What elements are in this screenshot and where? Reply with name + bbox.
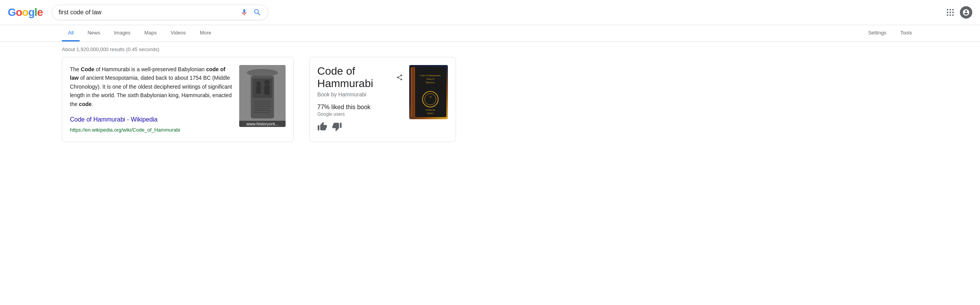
snippet-link: Code of Hammurabi - Wikipedia https://en… [70, 115, 233, 134]
svg-rect-17 [413, 67, 414, 117]
tools-link[interactable]: Tools [894, 25, 918, 41]
svg-rect-5 [256, 86, 261, 94]
kp-book-image[interactable]: ⚜ Code of Hammurabi, King of Babylon. Sc… [409, 65, 448, 134]
left-column: The Code of Hammurabi is a well-preserve… [62, 57, 294, 148]
svg-text:Code of Hammurabi,: Code of Hammurabi, [420, 74, 441, 77]
svg-rect-14 [254, 112, 269, 113]
right-column: Code of Hammurabi Book by Hammurabi 77% … [309, 57, 456, 148]
header: Google first code of law [0, 0, 980, 25]
thumbs-up-button[interactable] [317, 122, 327, 134]
svg-rect-8 [254, 101, 271, 101]
user-avatar[interactable] [960, 6, 972, 19]
snippet-image-container: www.historyont... [239, 65, 286, 134]
snippet-title-link[interactable]: Code of Hammurabi - Wikipedia [70, 115, 233, 125]
search-tabs: All News Images Maps Videos More Setting… [0, 25, 980, 42]
main-content: The Code of Hammurabi is a well-preserve… [0, 57, 980, 148]
svg-text:Schalkwijk: Schalkwijk [425, 109, 435, 111]
search-button[interactable] [253, 8, 262, 17]
svg-text:⚜: ⚜ [429, 95, 432, 99]
snippet-image-source: www.historyont... [239, 121, 286, 127]
svg-text:King of: King of [427, 77, 435, 80]
tab-more[interactable]: More [194, 25, 218, 41]
svg-rect-13 [254, 110, 271, 111]
svg-rect-7 [264, 85, 270, 95]
svg-rect-1 [247, 69, 278, 77]
tab-news[interactable]: News [81, 25, 106, 41]
snippet-url: https://en.wikipedia.org/wiki/Code_of_Ha… [70, 126, 233, 134]
kp-thumbs [317, 122, 403, 134]
svg-text:Babylon.: Babylon. [426, 81, 435, 84]
svg-text:PRESS: PRESS [427, 112, 433, 115]
share-icon[interactable] [396, 74, 403, 83]
google-logo[interactable]: Google [8, 6, 43, 19]
kp-rating: 77% liked this book Google users [317, 104, 403, 134]
svg-point-4 [256, 81, 261, 86]
kp-book-cover: ⚜ Code of Hammurabi, King of Babylon. Sc… [409, 65, 448, 119]
kp-subtitle: Book by Hammurabi [317, 91, 403, 98]
svg-rect-12 [254, 108, 269, 109]
tab-videos[interactable]: Videos [164, 25, 192, 41]
kp-rating-source: Google users [317, 111, 403, 117]
apps-icon[interactable] [947, 9, 954, 16]
search-bar: first code of law [52, 5, 268, 20]
tab-all[interactable]: All [62, 25, 80, 41]
results-count: About 1,920,000,000 results (0.45 second… [0, 42, 980, 57]
header-right [947, 6, 972, 19]
svg-rect-9 [254, 103, 271, 103]
tab-images[interactable]: Images [108, 25, 137, 41]
featured-snippet: The Code of Hammurabi is a well-preserve… [62, 57, 294, 142]
search-input[interactable]: first code of law [58, 9, 235, 16]
kp-title: Code of Hammurabi [317, 65, 393, 90]
mic-icon[interactable] [240, 8, 248, 17]
kp-content: Code of Hammurabi Book by Hammurabi 77% … [317, 65, 403, 134]
snippet-text: The Code of Hammurabi is a well-preserve… [70, 65, 233, 134]
svg-point-6 [264, 80, 270, 85]
svg-rect-10 [254, 105, 271, 105]
kp-rating-percent: 77% liked this book [317, 104, 403, 111]
tab-maps[interactable]: Maps [138, 25, 163, 41]
kp-title-row: Code of Hammurabi [317, 65, 403, 91]
settings-link[interactable]: Settings [862, 25, 893, 41]
knowledge-panel: Code of Hammurabi Book by Hammurabi 77% … [309, 57, 456, 142]
svg-rect-11 [254, 106, 271, 107]
snippet-image[interactable]: www.historyont... [239, 65, 286, 127]
thumbs-down-button[interactable] [332, 122, 342, 134]
